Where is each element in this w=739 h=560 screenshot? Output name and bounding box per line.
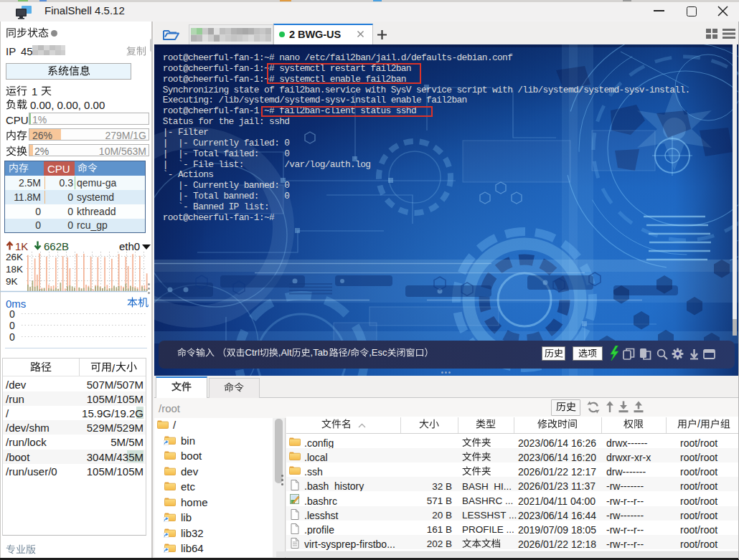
svg-text:Ctrl: Ctrl — [245, 347, 260, 358]
svg-text:/: / — [697, 418, 700, 430]
svg-text:,Esc: ,Esc — [369, 347, 387, 358]
svg-text:/: / — [348, 347, 351, 358]
svg-text:,Alt: ,Alt — [278, 347, 292, 358]
svg-text:,Tab: ,Tab — [311, 347, 329, 358]
